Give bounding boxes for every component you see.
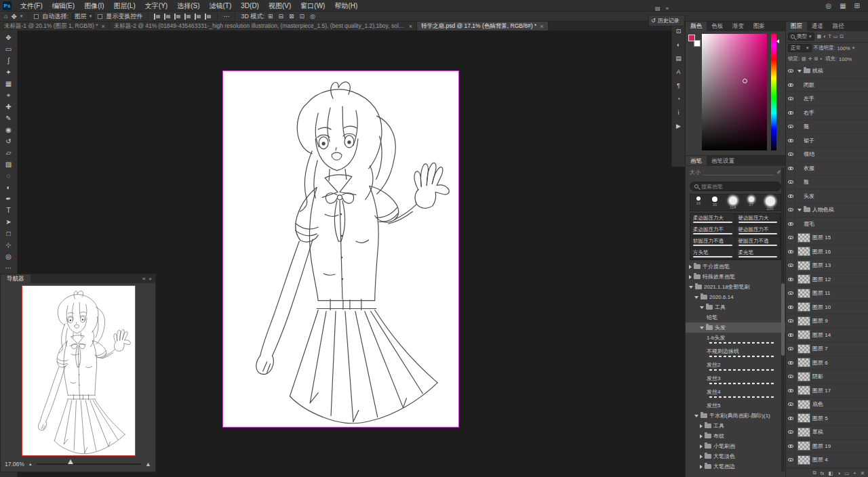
path-select-tool[interactable]: ➤ — [1, 216, 16, 228]
brush-tree-row[interactable]: 发丝3 — [686, 373, 785, 387]
brush-tree-row[interactable]: 布纹 — [686, 431, 785, 441]
brush-preset[interactable]: 硬边圆压力不 — [736, 225, 781, 236]
线稿[interactable]: 线稿 — [786, 64, 868, 79]
lock-all-icon[interactable]: ▪ — [820, 56, 821, 62]
group-twirl-icon[interactable] — [797, 70, 802, 72]
crop-tool[interactable]: ▦ — [1, 78, 16, 89]
align-right-icon[interactable] — [174, 14, 181, 20]
dodge-tool[interactable]: ◐ — [1, 182, 16, 193]
brush-preset[interactable]: 柔边圆压力不 — [690, 225, 736, 236]
visibility-toggle[interactable] — [786, 301, 795, 314]
裙子[interactable]: 裙子 — [786, 134, 868, 148]
type-tool[interactable]: T — [1, 205, 16, 216]
brush-tree-row[interactable]: 1-b头发 — [686, 333, 785, 346]
brush-preset[interactable]: 柔边圆压力大 — [690, 213, 736, 225]
color-picker-marker[interactable] — [743, 79, 747, 83]
close-icon[interactable]: × — [409, 23, 412, 30]
zoom-in-icon[interactable]: ▲ — [145, 461, 151, 468]
menu-item[interactable]: 3D(D) — [236, 0, 264, 12]
home-icon[interactable]: ⌂ — [4, 13, 7, 20]
panel-tab[interactable]: 图层 — [786, 21, 807, 31]
visibility-toggle[interactable] — [786, 231, 795, 245]
阴影[interactable]: 阴影 — [786, 370, 868, 384]
闭眼[interactable]: 闭眼 — [786, 79, 868, 93]
panel-tab[interactable]: 图案 — [749, 21, 770, 31]
actions-icon[interactable]: ▶ — [676, 123, 681, 129]
brush-tree-row[interactable]: 铅笔 — [686, 312, 785, 323]
brush-preset[interactable]: 软圆压力不透 — [690, 236, 736, 248]
visibility-toggle[interactable] — [786, 79, 795, 92]
saturation-brightness-box[interactable] — [702, 34, 767, 150]
brush-tool[interactable]: ✎ — [1, 112, 16, 124]
visibility-toggle[interactable] — [786, 370, 795, 383]
眉毛[interactable]: 眉毛 — [786, 217, 868, 232]
hue-slider[interactable] — [771, 34, 776, 150]
menu-item[interactable]: 视图(V) — [264, 0, 296, 12]
layer-thumbnail[interactable] — [797, 330, 810, 339]
图层 7[interactable]: 图层 7 — [786, 342, 868, 356]
brush-size-field[interactable] — [703, 169, 774, 175]
adjustment-layer-icon[interactable]: ◑ — [837, 470, 841, 476]
brush-tree-row[interactable]: 不规则边缘线 — [686, 346, 785, 360]
brush-preset[interactable]: 硬边圆压力大 — [736, 213, 781, 225]
visibility-toggle[interactable] — [786, 259, 795, 272]
图层 17[interactable]: 图层 17 — [786, 384, 868, 398]
twirl-icon[interactable] — [700, 434, 703, 438]
brush-preset[interactable]: 硬圆压力不透 — [736, 236, 781, 248]
brush-tree-row[interactable]: 工具 — [686, 421, 785, 431]
brush-tree-row[interactable]: 大笔淡色 — [686, 451, 785, 461]
menu-item[interactable]: 图层(L) — [109, 0, 140, 12]
右手[interactable]: 右手 — [786, 106, 868, 121]
brush-search-input[interactable]: 搜索画笔 — [690, 182, 781, 191]
workspace-icon[interactable]: ▤ — [655, 5, 660, 12]
blur-tool[interactable]: ◌ — [1, 170, 16, 182]
visibility-toggle[interactable] — [786, 314, 795, 328]
brush-tree-row[interactable]: 发丝5 — [686, 400, 785, 411]
lock-transparency-icon[interactable]: ▨ — [802, 56, 806, 62]
visibility-toggle[interactable] — [786, 134, 795, 148]
layer-thumbnail[interactable] — [797, 233, 810, 243]
eyedropper-tool[interactable]: ⌖ — [1, 89, 16, 101]
lock-position-icon[interactable]: ⊞ — [814, 56, 818, 62]
visibility-toggle[interactable] — [786, 453, 795, 467]
zoom-out-icon[interactable]: ▲ — [28, 462, 33, 466]
草稿[interactable]: 草稿 — [786, 426, 868, 440]
visibility-toggle[interactable] — [786, 342, 795, 356]
twirl-icon[interactable] — [700, 306, 704, 309]
3d-mode-icon[interactable]: ◎ — [310, 13, 315, 20]
layer-thumbnail[interactable] — [797, 441, 810, 451]
pen-tool[interactable]: ✒ — [1, 193, 16, 205]
document-artboard[interactable] — [222, 70, 459, 428]
info-icon[interactable]: i — [678, 109, 679, 116]
close-icon[interactable]: × — [540, 23, 543, 30]
history-panel-collapsed[interactable]: ↺ 历史记录 — [648, 15, 685, 26]
3d-mode-icon[interactable]: ⊡ — [300, 13, 305, 20]
visibility-toggle[interactable] — [786, 245, 795, 259]
visibility-toggle[interactable] — [786, 440, 795, 453]
shape-tool[interactable]: □ — [1, 228, 16, 239]
图层 16[interactable]: 图层 16 — [786, 245, 868, 260]
twirl-icon[interactable] — [700, 444, 703, 449]
align-top-icon[interactable] — [184, 14, 191, 20]
人物色稿[interactable]: 人物色稿 — [786, 203, 868, 217]
quick-select-tool[interactable]: ✦ — [1, 66, 16, 78]
3d-mode-icon[interactable]: ⊠ — [289, 13, 294, 20]
group-twirl-icon[interactable] — [797, 209, 802, 211]
layer-thumbnail[interactable] — [797, 344, 810, 354]
visibility-toggle[interactable] — [786, 162, 795, 175]
layer-thumbnail[interactable] — [797, 274, 810, 284]
brush-preset[interactable]: 方头笔 — [690, 248, 736, 260]
close-icon[interactable]: × — [102, 23, 105, 30]
slider-handle[interactable] — [68, 459, 73, 464]
layer-thumbnail[interactable] — [797, 261, 810, 270]
brush-tip[interactable]: 114 — [729, 196, 737, 209]
panel-tab[interactable]: 路径 — [828, 21, 849, 31]
more-options-icon[interactable]: ⋯ — [223, 13, 229, 20]
adjustments-icon[interactable]: ◐ — [677, 41, 680, 48]
layer-thumbnail[interactable] — [797, 247, 810, 256]
visibility-toggle[interactable] — [786, 64, 795, 78]
brush-tree-row[interactable]: 小笔刷画 — [686, 441, 785, 451]
底色[interactable]: 底色 — [786, 398, 868, 412]
panel-color-swatches[interactable] — [688, 35, 701, 47]
brush-tree-row[interactable]: 干水彩(典尚画彩-颜印)(1) — [686, 411, 785, 421]
